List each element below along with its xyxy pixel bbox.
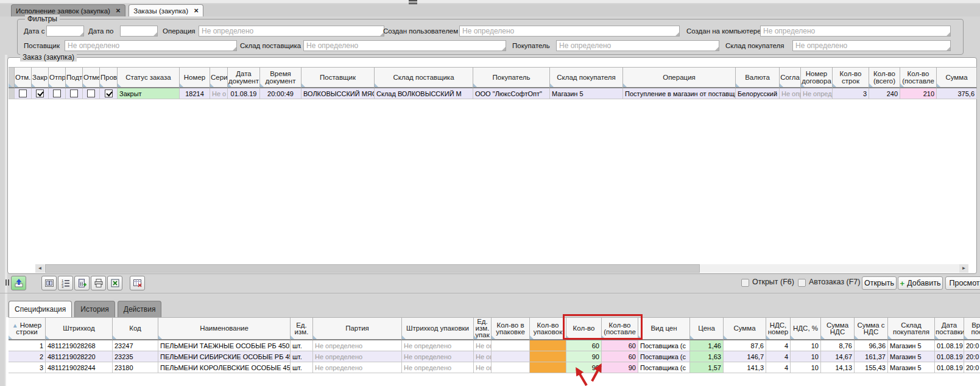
spec-cell-naimenovanie[interactable]: ПЕЛЬМЕНИ КОРОЛЕВСКИЕ ОСОБЫЕ 450 <box>158 362 291 373</box>
scroll-left-icon[interactable]: ◄ <box>35 264 44 273</box>
spec-cell-partiya[interactable]: Не определено <box>313 340 402 351</box>
order-header-data-dokumenta[interactable]: Дата документ <box>228 67 260 88</box>
spec-cell-kolvo-v-upakovke[interactable] <box>492 351 530 362</box>
spec-cell-nds-procent[interactable]: 10 <box>791 340 821 351</box>
load-up-icon[interactable] <box>11 276 26 290</box>
excel-export-icon[interactable] <box>107 276 122 290</box>
close-icon[interactable]: ✕ <box>116 7 121 14</box>
supplier-input[interactable]: Не определено <box>65 40 237 51</box>
order-cell-kolvo-vsego[interactable]: 240 <box>869 88 900 99</box>
spec-cell-nomer-stroki[interactable]: 3 <box>9 362 46 373</box>
spec-header-kod[interactable]: Код <box>113 317 158 340</box>
spec-cell-ed-izm-upak[interactable]: Не оп <box>474 340 492 351</box>
spec-cell-vid-cen[interactable]: Поставщика (с <box>638 340 690 351</box>
columns-icon[interactable] <box>41 276 57 290</box>
spec-cell-partiya[interactable]: Не определено <box>313 362 402 373</box>
order-header-proveden[interactable]: Пров <box>100 67 118 88</box>
spec-cell-nds-nomer[interactable]: 4 <box>766 362 791 373</box>
tab-actions[interactable]: Действия <box>118 301 162 317</box>
order-cell-otpravlen[interactable] <box>49 88 66 99</box>
date-to-input[interactable] <box>120 26 158 37</box>
spec-cell-summa-nds[interactable]: 14,67 <box>821 351 855 362</box>
close-icon[interactable]: ✕ <box>194 7 199 14</box>
order-cell-pokupatel[interactable]: ООО "ЛюксСофтОпт" <box>473 88 550 99</box>
spec-header-summa-nds[interactable]: Сумма НДС <box>821 317 855 340</box>
buyer-warehouse-input[interactable]: Не определено <box>792 40 951 51</box>
order-cell-nomer-dogovora[interactable]: Не опред <box>801 88 833 99</box>
order-header-sklad-postavshchika[interactable]: Склад поставщика <box>375 67 473 88</box>
spec-cell-vid-cen[interactable]: Поставщика (с <box>638 351 690 362</box>
spec-cell-kolvo-v-upakovke[interactable] <box>492 362 530 373</box>
order-header-otpravlen[interactable]: Отпр <box>49 67 66 88</box>
spec-cell-summa-nds[interactable]: 14,13 <box>821 362 855 373</box>
spec-header-summa[interactable]: Сумма <box>724 317 766 340</box>
spec-header-partiya[interactable]: Партия <box>313 317 402 340</box>
checkbox[interactable] <box>70 89 78 97</box>
spec-cell-sklad-pokupatelya[interactable]: Магазин 5 <box>888 351 935 362</box>
order-cell-otmenen[interactable] <box>83 88 100 99</box>
order-cell-summa[interactable]: 375,6 <box>937 88 977 99</box>
order-header-nomer-dogovora[interactable]: Номер договора <box>801 67 833 88</box>
spec-row[interactable]: 2481121902822023235ПЕЛЬМЕНИ СИБИРСКИЕ ОС… <box>9 351 980 362</box>
order-cell-operaciya[interactable]: Поступление в магазин от поставщика <box>623 88 736 99</box>
order-header-seriya[interactable]: Сери <box>210 67 228 88</box>
spec-cell-summa[interactable]: 87,6 <box>724 340 766 351</box>
spec-cell-kolvo-upakovok[interactable] <box>530 340 566 351</box>
checkbox[interactable] <box>36 89 44 97</box>
spec-header-shtrihkod[interactable]: Штрихкод <box>46 317 113 340</box>
order-cell-sel[interactable] <box>9 88 15 99</box>
spec-header-summa-s-nds[interactable]: Сумма с НДС <box>855 317 888 340</box>
spec-cell-shtrihkod-upakovki[interactable]: Не определено <box>402 362 474 373</box>
spec-cell-shtrihkod[interactable]: 4811219028268 <box>46 340 113 351</box>
spec-cell-data-postavki[interactable]: 01.08.19 <box>935 340 964 351</box>
spec-header-nomer-stroki[interactable]: ▲Номер строки <box>9 317 46 340</box>
spec-cell-summa-s-nds[interactable]: 155,43 <box>855 362 888 373</box>
order-header-otmenen[interactable]: Отме <box>83 67 100 88</box>
order-header-valyuta[interactable]: Валюта <box>736 67 780 88</box>
spec-cell-ed-izm[interactable]: шт. <box>291 340 313 351</box>
horizontal-scrollbar[interactable]: ◄ ► <box>35 264 968 273</box>
spec-cell-shtrihkod[interactable]: 4811219028220 <box>46 351 113 362</box>
sort-ascending-icon[interactable]: ▲ <box>12 322 18 329</box>
supplier-warehouse-input[interactable]: Не определено <box>303 40 506 51</box>
order-cell-valyuta[interactable]: Белорусский <box>736 88 780 99</box>
spec-header-vid-cen[interactable]: Вид цен <box>638 317 690 340</box>
spec-cell-kolvo[interactable]: 90 <box>566 351 602 362</box>
order-cell-vremya-dokumenta[interactable]: 20:00:49 <box>260 88 301 99</box>
add-button[interactable]: +Добавить <box>898 276 943 290</box>
spec-cell-nds-procent[interactable]: 10 <box>791 362 821 373</box>
order-cell-zakryt[interactable] <box>32 88 49 99</box>
spec-cell-kolvo[interactable]: 60 <box>566 340 602 351</box>
order-header-operaciya[interactable]: Операция <box>623 67 736 88</box>
order-cell-sklad-postavshchika[interactable]: Склад ВОЛКОВЫССКИЙ М <box>375 88 473 99</box>
spec-cell-naimenovanie[interactable]: ПЕЛЬМЕНИ ТАЕЖНЫЕ ОСОБЫЕ РБ 450Г <box>158 340 291 351</box>
order-header-sklad-pokupatelya[interactable]: Склад покупателя <box>550 67 623 88</box>
order-header-kolvo-postavleno[interactable]: Кол-во (поставле <box>900 67 937 88</box>
checkbox[interactable] <box>19 89 27 97</box>
order-header-vremya-dokumenta[interactable]: Время документ <box>260 67 301 88</box>
spec-cell-summa[interactable]: 146,7 <box>724 351 766 362</box>
spec-cell-kod[interactable]: 23247 <box>113 340 158 351</box>
spec-cell-partiya[interactable]: Не определено <box>313 351 402 362</box>
spec-cell-ed-izm-upak[interactable]: Не оп <box>474 351 492 362</box>
spec-header-sklad-pokupatelya[interactable]: Склад покупателя <box>888 317 935 340</box>
order-cell-nomer[interactable]: 18214 <box>180 88 210 99</box>
order-cell-data-dokumenta[interactable]: 01.08.19 <box>228 88 260 99</box>
spec-cell-nomer-stroki[interactable]: 2 <box>9 351 46 362</box>
spec-cell-kolvo-v-upakovke[interactable] <box>492 340 530 351</box>
spec-header-shtrihkod-upakovki[interactable]: Штрихкод упаковки <box>402 317 474 340</box>
order-cell-proveden[interactable] <box>100 88 118 99</box>
spec-cell-kolvo-postavleno[interactable]: 60 <box>602 351 638 362</box>
spec-cell-naimenovanie[interactable]: ПЕЛЬМЕНИ СИБИРСКИЕ ОСОБЫЕ РБ 45 <box>158 351 291 362</box>
order-header-otm[interactable]: Отм. <box>15 67 32 88</box>
menu-icon[interactable] <box>409 0 417 4</box>
calculator-add-icon[interactable] <box>74 276 90 290</box>
table-clear-icon[interactable] <box>130 276 145 290</box>
scrollbar-thumb[interactable] <box>45 264 700 273</box>
spec-header-kolvo-upakovok[interactable]: Кол-во упаковок <box>530 317 566 340</box>
spec-cell-kod[interactable]: 23235 <box>113 351 158 362</box>
printer-icon[interactable] <box>91 276 106 290</box>
spec-row[interactable]: 3481121902824423180ПЕЛЬМЕНИ КОРОЛЕВСКИЕ … <box>9 362 980 373</box>
spec-cell-shtrihkod-upakovki[interactable]: Не определено <box>402 340 474 351</box>
spec-header-data-postavki[interactable]: Дата поставки <box>935 317 964 340</box>
